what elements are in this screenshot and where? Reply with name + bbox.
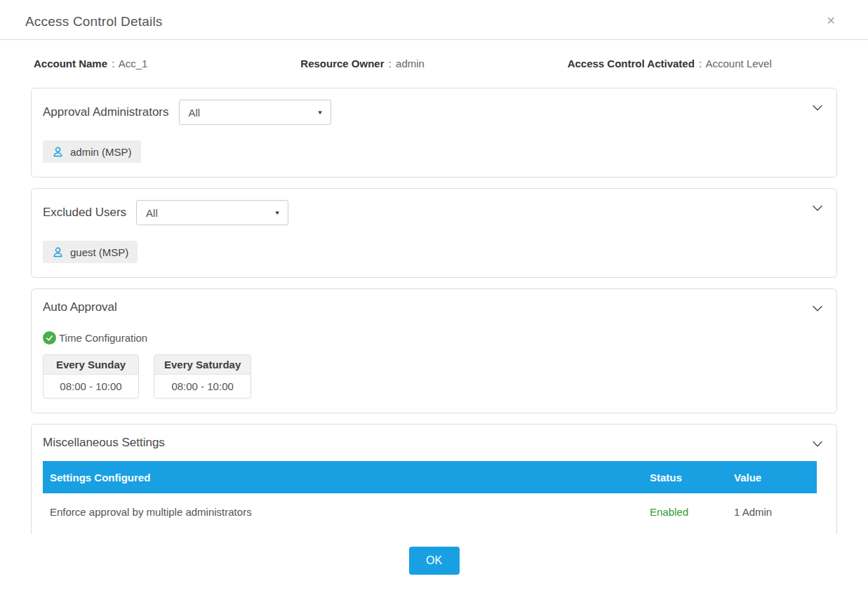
info-account-name: Account Name : Acc_1	[34, 58, 300, 69]
info-value: admin	[396, 58, 425, 69]
time-configuration-status: Time Configuration	[43, 331, 825, 345]
select-value: All	[189, 107, 201, 119]
info-value: Account Level	[706, 58, 772, 69]
chevron-down-icon[interactable]	[810, 100, 825, 115]
settings-table-header: Settings Configured Status Value	[43, 461, 817, 493]
info-label: Resource Owner	[300, 58, 384, 69]
column-header-value: Value	[734, 472, 817, 483]
user-chip-label: admin (MSP)	[70, 146, 132, 158]
user-icon	[52, 246, 64, 258]
ok-button[interactable]: OK	[409, 547, 460, 575]
status-cell: Enabled	[650, 506, 734, 518]
section-auto-approval: Auto Approval Time Configuration Every S…	[31, 288, 837, 413]
summary-info-row: Account Name : Acc_1 Resource Owner : ad…	[0, 40, 868, 69]
value-cell: 1 Admin	[734, 506, 817, 518]
schedule-day: Every Sunday	[44, 355, 138, 375]
info-resource-owner: Resource Owner : admin	[300, 58, 567, 69]
modal-header: Access Control Details ✕	[0, 0, 868, 40]
info-value: Acc_1	[119, 58, 148, 69]
section-miscellaneous-settings: Miscellaneous Settings Settings Configur…	[31, 424, 837, 534]
info-access-control-activated: Access Control Activated : Account Level	[568, 58, 834, 69]
section-title: Auto Approval	[43, 300, 117, 314]
caret-down-icon: ▼	[274, 210, 281, 216]
section-title: Approval Administrators	[43, 105, 169, 119]
modal-footer: OK	[0, 547, 868, 575]
user-icon	[52, 146, 64, 158]
user-chip-admin: admin (MSP)	[43, 140, 141, 163]
approval-admins-filter-select[interactable]: All ▼	[179, 100, 331, 125]
chevron-down-icon[interactable]	[810, 436, 825, 451]
time-configuration-label: Time Configuration	[59, 332, 147, 344]
info-separator: :	[110, 58, 116, 69]
schedule-card: Every Saturday 08:00 - 10:00	[154, 354, 251, 399]
section-title: Miscellaneous Settings	[43, 436, 165, 450]
info-separator: :	[697, 58, 703, 69]
excluded-users-filter-select[interactable]: All ▼	[136, 200, 288, 225]
page-title: Access Control Details	[25, 14, 843, 29]
check-circle-icon	[43, 331, 56, 345]
section-excluded-users: Excluded Users All ▼ guest (MSP)	[31, 188, 837, 278]
select-value: All	[146, 207, 158, 219]
info-label: Account Name	[34, 58, 107, 69]
user-chip-guest: guest (MSP)	[43, 241, 138, 263]
column-header-settings-configured: Settings Configured	[43, 472, 650, 483]
chevron-down-icon[interactable]	[810, 200, 825, 215]
schedule-time: 08:00 - 10:00	[154, 375, 251, 398]
schedule-day: Every Saturday	[154, 355, 251, 375]
schedule-time: 08:00 - 10:00	[44, 375, 138, 398]
setting-name-cell: Enforce approval by multiple administrat…	[43, 506, 650, 518]
settings-table: Settings Configured Status Value Enforce…	[43, 461, 817, 530]
caret-down-icon: ▼	[316, 109, 323, 116]
table-row: Enforce approval by multiple administrat…	[43, 493, 817, 530]
access-control-details-modal: Access Control Details ✕ Account Name : …	[0, 0, 868, 575]
info-label: Access Control Activated	[568, 58, 695, 69]
info-separator: :	[387, 58, 393, 69]
schedule-card: Every Sunday 08:00 - 10:00	[43, 354, 139, 399]
section-approval-administrators: Approval Administrators All ▼ admin (MSP…	[31, 88, 837, 178]
chevron-down-icon[interactable]	[810, 300, 825, 316]
section-title: Excluded Users	[43, 206, 126, 220]
close-icon[interactable]: ✕	[827, 15, 836, 27]
user-chip-label: guest (MSP)	[70, 246, 128, 258]
column-header-status: Status	[650, 472, 734, 483]
